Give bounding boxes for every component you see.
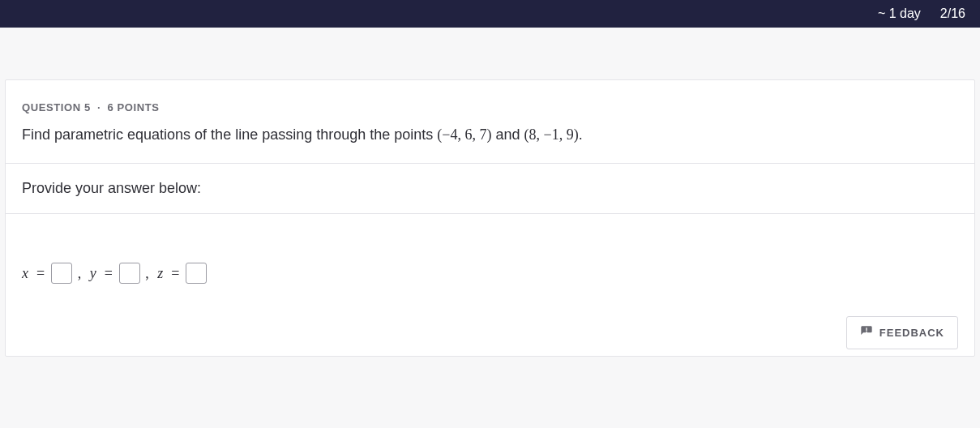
feedback-label: FEEDBACK [879,327,944,339]
answer-area: x = , y = , z = [6,214,974,308]
feedback-row: FEEDBACK [6,308,974,356]
question-prompt: Find parametric equations of the line pa… [6,120,974,164]
equation-x: x = [22,263,72,284]
input-z[interactable] [186,263,207,284]
equals-sign: = [36,265,45,282]
input-y[interactable] [119,263,140,284]
equation-y: y = [90,263,140,284]
question-header: QUESTION 5 · 6 POINTS [6,80,974,120]
comma-2: , [145,265,149,281]
time-remaining: ~ 1 day [878,6,921,21]
point-a: (−4, 6, 7) [437,126,491,143]
equation-z: z = [157,263,207,284]
question-card: QUESTION 5 · 6 POINTS Find parametric eq… [5,79,975,357]
question-number: QUESTION 5 [22,101,91,113]
equals-sign: = [171,265,179,282]
spacer [0,28,980,79]
progress-count: 2/16 [940,6,965,21]
input-x[interactable] [51,263,72,284]
prompt-text-suffix: . [579,126,583,143]
var-y: y [90,265,96,282]
var-z: z [157,265,163,282]
feedback-button[interactable]: FEEDBACK [846,316,958,349]
prompt-text-mid: and [491,126,524,143]
separator-dot: · [94,101,104,113]
top-bar: ~ 1 day 2/16 [0,0,980,28]
prompt-text-prefix: Find parametric equations of the line pa… [22,126,437,143]
equals-sign: = [105,265,113,282]
question-points: 6 POINTS [107,101,159,113]
answer-instruction: Provide your answer below: [6,164,974,214]
comma-1: , [78,265,82,281]
feedback-icon [860,325,873,340]
var-x: x [22,265,28,282]
point-b: (8, −1, 9) [524,126,579,143]
